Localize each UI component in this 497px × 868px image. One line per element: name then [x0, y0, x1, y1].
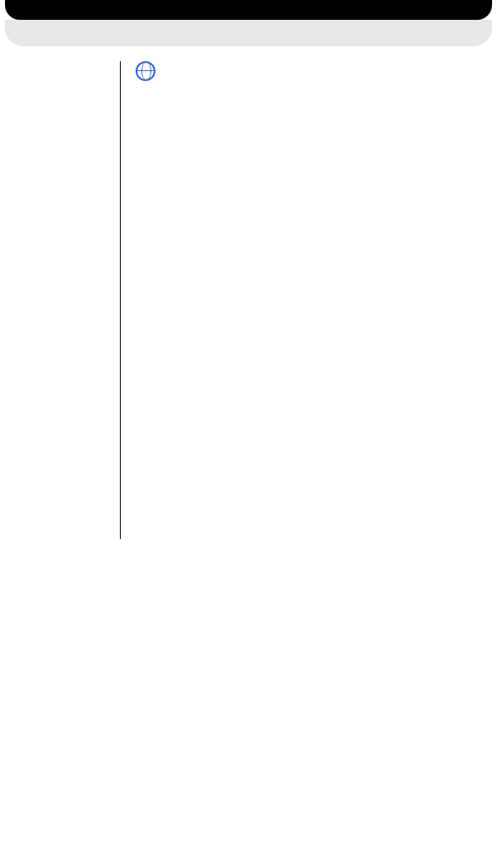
quick-steps-box	[5, 20, 492, 46]
page-footer	[20, 837, 40, 850]
subsection-heading	[136, 61, 477, 81]
main-content	[0, 61, 497, 539]
instructions-column	[121, 61, 477, 539]
section-title-bar	[5, 0, 492, 20]
mode-sidebar	[20, 61, 121, 539]
globe-icon	[136, 61, 155, 81]
